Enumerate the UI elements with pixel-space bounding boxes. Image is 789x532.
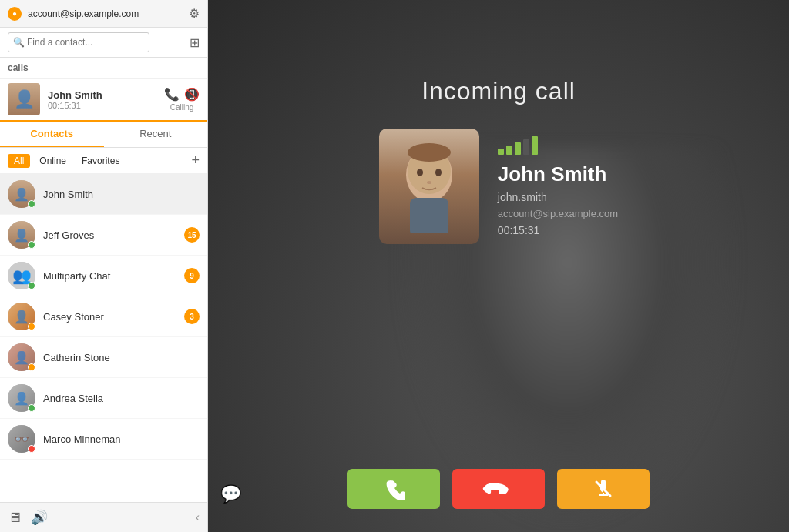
contact-avatar-john-smith: 👤 bbox=[8, 180, 35, 208]
account-email: account@sip.example.com bbox=[28, 8, 189, 19]
svg-point-4 bbox=[435, 169, 442, 176]
signal-bars bbox=[498, 136, 618, 155]
search-wrap: 🔍 bbox=[8, 32, 183, 52]
active-call-avatar: 👤 bbox=[8, 83, 40, 115]
filter-all[interactable]: All bbox=[8, 154, 30, 168]
caller-photo bbox=[379, 129, 479, 244]
settings-gear-icon[interactable]: ⚙ bbox=[189, 6, 200, 21]
svg-rect-2 bbox=[410, 198, 448, 233]
filter-favorites[interactable]: Favorites bbox=[76, 154, 126, 168]
collapse-panel-button[interactable]: ‹ bbox=[196, 510, 200, 524]
grid-view-icon[interactable]: ⊞ bbox=[190, 35, 200, 50]
contact-name: Casey Stoner bbox=[43, 311, 184, 323]
account-avatar: ● bbox=[8, 7, 22, 21]
contact-item-casey-stoner[interactable]: 👤 Casey Stoner 3 bbox=[0, 296, 207, 337]
speaker-icon[interactable]: 🔊 bbox=[31, 509, 48, 526]
contact-avatar-multiparty: 👥 bbox=[8, 262, 35, 289]
status-indicator bbox=[28, 445, 35, 453]
status-indicator bbox=[28, 323, 35, 330]
calls-section-label: calls bbox=[0, 58, 207, 79]
right-panel: 🎤 Mute 🔈 Speaker ⠿ Keypad 📶 Statistics ⏺… bbox=[208, 0, 789, 532]
end-call-button[interactable]: 📵 bbox=[184, 87, 200, 102]
call-action-buttons bbox=[347, 469, 650, 509]
signal-bar-2 bbox=[506, 146, 512, 155]
contacts-tabs: Contacts Recent bbox=[0, 122, 207, 148]
search-icon: 🔍 bbox=[13, 37, 25, 48]
signal-bar-5 bbox=[532, 136, 538, 155]
active-call-duration: 00:15:31 bbox=[48, 101, 164, 110]
status-indicator bbox=[28, 200, 35, 208]
contacts-list: 👤 John Smith 👤 Jeff Groves 15 👥 Multipar… bbox=[0, 174, 207, 502]
filter-online[interactable]: Online bbox=[33, 154, 72, 168]
call-action-buttons: 📞 📵 bbox=[164, 87, 200, 102]
caller-name: John Smith bbox=[498, 162, 618, 186]
contact-name: John Smith bbox=[43, 189, 200, 200]
svg-point-3 bbox=[417, 169, 423, 176]
add-filter-button[interactable]: + bbox=[191, 152, 200, 169]
contact-name: Andrea Stella bbox=[43, 393, 200, 404]
filter-row: All Online Favorites + bbox=[0, 148, 207, 174]
status-indicator bbox=[28, 363, 35, 371]
contact-avatar-catherin: 👤 bbox=[8, 343, 35, 371]
unread-badge: 3 bbox=[184, 309, 200, 324]
mute-action-button[interactable] bbox=[557, 469, 650, 509]
active-call-name: John Smith bbox=[48, 89, 164, 101]
caller-card: John Smith john.smith account@sip.exampl… bbox=[379, 129, 618, 244]
unread-badge: 9 bbox=[184, 268, 200, 283]
caller-info: John Smith john.smith account@sip.exampl… bbox=[498, 129, 618, 236]
svg-rect-8 bbox=[601, 480, 606, 490]
avatar-image: 👤 bbox=[8, 83, 40, 115]
call-content: Incoming call bbox=[208, 46, 789, 532]
signal-bar-4 bbox=[523, 139, 529, 155]
status-indicator bbox=[28, 282, 35, 289]
active-call-info: John Smith 00:15:31 bbox=[48, 89, 164, 110]
caller-sip: john.smith bbox=[498, 191, 618, 203]
contact-item-andrea-stella[interactable]: 👤 Andrea Stella bbox=[0, 378, 207, 419]
contact-avatar-jeff-groves: 👤 bbox=[8, 221, 35, 249]
caller-account: account@sip.example.com bbox=[498, 208, 618, 219]
contact-name: Jeff Groves bbox=[43, 229, 184, 241]
bottom-bar: 🖥 🔊 ‹ bbox=[0, 502, 207, 532]
call-actions: 📞 📵 Calling bbox=[164, 87, 200, 112]
signal-bar-1 bbox=[498, 149, 504, 155]
monitor-icon[interactable]: 🖥 bbox=[8, 510, 22, 526]
search-bar: 🔍 ⊞ bbox=[0, 28, 207, 58]
tab-recent[interactable]: Recent bbox=[104, 122, 208, 147]
status-indicator bbox=[28, 404, 35, 412]
chat-button[interactable]: 💬 bbox=[220, 484, 241, 504]
status-indicator bbox=[28, 241, 35, 249]
decline-call-button[interactable] bbox=[452, 469, 545, 509]
contact-item-john-smith[interactable]: 👤 John Smith bbox=[0, 174, 207, 215]
contact-avatar-marco: 👓 bbox=[8, 425, 35, 453]
contact-name: Catherin Stone bbox=[43, 352, 200, 363]
contact-item-multiparty[interactable]: 👥 Multiparty Chat 9 bbox=[0, 256, 207, 296]
left-panel: ● account@sip.example.com ⚙ 🔍 ⊞ calls 👤 … bbox=[0, 0, 208, 532]
account-bar: ● account@sip.example.com ⚙ bbox=[0, 0, 207, 28]
caller-avatar-img bbox=[379, 129, 479, 244]
caller-duration: 00:15:31 bbox=[498, 224, 618, 236]
contact-name: Marco Minneman bbox=[43, 433, 200, 445]
signal-bar-3 bbox=[515, 142, 521, 155]
contact-avatar-andrea: 👤 bbox=[8, 384, 35, 412]
contact-avatar-casey: 👤 bbox=[8, 303, 35, 330]
tab-contacts[interactable]: Contacts bbox=[0, 122, 104, 147]
search-input[interactable] bbox=[8, 32, 149, 52]
active-call-item[interactable]: 👤 John Smith 00:15:31 📞 📵 Calling bbox=[0, 79, 207, 122]
svg-point-6 bbox=[408, 143, 451, 162]
call-status: Calling bbox=[170, 103, 194, 112]
incoming-call-label: Incoming call bbox=[421, 77, 576, 105]
svg-point-5 bbox=[427, 181, 431, 184]
answer-call-button[interactable]: 📞 bbox=[164, 87, 180, 102]
contact-name: Multiparty Chat bbox=[43, 270, 184, 282]
contact-item-marco-minneman[interactable]: 👓 Marco Minneman bbox=[0, 419, 207, 460]
unread-badge: 15 bbox=[184, 227, 200, 243]
contact-item-jeff-groves[interactable]: 👤 Jeff Groves 15 bbox=[0, 215, 207, 256]
accept-call-button[interactable] bbox=[347, 469, 440, 509]
contact-item-catherin-stone[interactable]: 👤 Catherin Stone bbox=[0, 337, 207, 378]
